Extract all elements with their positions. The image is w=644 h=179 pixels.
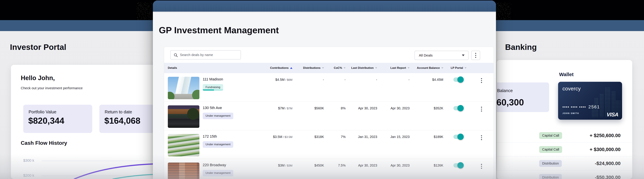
- deal-status-badge: Fundraising: [203, 84, 223, 90]
- banking-title: Banking: [505, 42, 537, 52]
- stat-label: Portfolio Value: [28, 109, 56, 114]
- deal-details-cell: 220 Broadway Under management: [168, 159, 264, 179]
- table-row[interactable]: 220 Broadway Under management $3M / $3M …: [164, 159, 494, 179]
- transaction-amount: -$24,900.00: [595, 161, 620, 166]
- lp-portal-toggle[interactable]: [454, 78, 463, 82]
- toggle-knob: [458, 162, 464, 168]
- sort-caret-icon: [322, 67, 324, 69]
- filter-selected-value: All Deals: [419, 53, 433, 57]
- toggle-knob: [458, 76, 464, 83]
- coc-cell: -: [324, 73, 346, 82]
- kebab-icon: [481, 107, 482, 108]
- distributions-cell: $318K: [292, 130, 324, 139]
- balance-value: 60,300: [497, 97, 524, 107]
- portfolio-value-card: Portfolio Value $820,344: [23, 105, 92, 133]
- investor-portal-card: Hello John, Check out your investment pe…: [11, 65, 160, 179]
- transaction-amount: + $300,000.00: [590, 147, 620, 152]
- table-row[interactable]: 130 5th Ave Under management $7M / $7M $…: [164, 102, 494, 130]
- account-balance-cell: $4.45M: [410, 73, 443, 82]
- row-options-button[interactable]: [479, 106, 484, 112]
- sort-caret-icon: [408, 67, 410, 69]
- column-header-last-distribution[interactable]: Last Distribution: [346, 66, 377, 70]
- last-distribution-cell: Apr 30, 2023: [346, 102, 377, 110]
- column-header-last-report[interactable]: Last Report: [377, 66, 410, 70]
- kebab-icon: [481, 164, 482, 165]
- table-row[interactable]: 111 Madison Fundraising $4.5M / $6M - - …: [164, 73, 494, 102]
- search-icon: [174, 53, 178, 57]
- last-report-cell: Jan 15, 2023: [377, 130, 410, 139]
- search-input[interactable]: [180, 50, 239, 59]
- kebab-icon: [481, 78, 482, 79]
- deals-table-card: All Deals DetailsContributionsDistributi…: [164, 47, 494, 179]
- chevron-down-icon: [462, 54, 464, 56]
- toggle-knob: [458, 134, 464, 140]
- kebab-icon: [475, 53, 476, 54]
- column-header-coc-[interactable]: CoC%: [324, 66, 346, 70]
- last-report-cell: Apr 30, 2023: [377, 102, 410, 110]
- last-distribution-cell: -: [346, 73, 377, 82]
- column-header-distributions[interactable]: Distributions: [292, 66, 324, 70]
- transaction-type-badge: Capital Call: [539, 146, 562, 153]
- deals-filter-select[interactable]: All Deals: [414, 51, 468, 60]
- lp-portal-toggle[interactable]: [454, 134, 463, 139]
- sort-caret-icon: [344, 67, 346, 69]
- row-options-button[interactable]: [479, 163, 484, 170]
- wallet-label: Wallet: [559, 72, 574, 77]
- coc-cell: 8%: [324, 102, 346, 110]
- deal-name: 220 Broadway: [203, 163, 233, 167]
- return-to-date-card: Return to date $164,068: [99, 105, 160, 133]
- stat-value: $164,068: [104, 116, 140, 126]
- column-header-lp-portal[interactable]: LP Portal: [443, 66, 473, 70]
- header-divider: [153, 12, 496, 13]
- noise-texture: [136, 2, 152, 20]
- row-options-button[interactable]: [479, 134, 484, 141]
- deal-name: 172 15th: [203, 134, 233, 138]
- last-distribution-cell: Jan 31, 2023: [346, 130, 377, 139]
- visa-logo: VISA: [606, 112, 618, 118]
- toggle-knob: [458, 105, 464, 111]
- stat-value: $820,344: [28, 116, 64, 126]
- deal-name: 111 Madison: [203, 77, 223, 82]
- contributions-cell: $3.5M / $3.5M: [264, 130, 292, 139]
- lp-portal-toggle[interactable]: [454, 106, 463, 110]
- sort-caret-icon: [375, 67, 377, 69]
- greeting-subtitle: Check out your investment performance: [21, 86, 82, 90]
- table-options-button[interactable]: [471, 51, 480, 60]
- contributions-cell: $7M / $7M: [264, 102, 292, 110]
- last-report-cell: -: [377, 73, 410, 82]
- transaction-row: Capital Call + $300,000.00: [497, 142, 632, 156]
- transaction-row: Capital Call + $250,600.00: [497, 129, 632, 142]
- credit-card[interactable]: covercy •••• •••• •••• 2561 JOHN SMITH V…: [558, 82, 622, 120]
- transaction-type-badge: Capital Call: [539, 132, 562, 139]
- column-header-details: Details: [168, 66, 264, 70]
- investor-portal-title: Investor Portal: [10, 42, 66, 52]
- transaction-type-badge: Distribution: [539, 174, 562, 179]
- account-balance-cell: $352K: [410, 102, 443, 110]
- sort-ascending-icon: [290, 67, 292, 69]
- greeting: Hello John,: [21, 74, 55, 82]
- column-header-account-balance[interactable]: Account Balance: [410, 66, 443, 70]
- transaction-amount: + $250,600.00: [590, 133, 620, 138]
- row-options-button[interactable]: [479, 77, 484, 84]
- column-header-contributions[interactable]: Contributions: [264, 66, 292, 70]
- covercy-logo: covercy: [562, 86, 581, 92]
- cash-flow-chart: [11, 148, 160, 179]
- deal-thumbnail: [168, 77, 200, 99]
- last-report-cell: Apr 30, 2023: [377, 159, 410, 167]
- deal-name: 130 5th Ave: [203, 106, 233, 110]
- deal-details-cell: 130 5th Ave Under management: [168, 102, 264, 128]
- deal-status-badge: Under management: [203, 141, 233, 148]
- transaction-row: Distribution -$24,900.00: [497, 156, 632, 170]
- table-body: 111 Madison Fundraising $4.5M / $6M - - …: [164, 73, 494, 179]
- balance-box: Balance 60,300: [497, 82, 549, 112]
- transaction-type-badge: Distribution: [539, 160, 562, 167]
- deal-status-badge: Under management: [203, 170, 233, 176]
- banking-card: Wallet Balance 60,300 covercy •••• •••• …: [497, 60, 632, 179]
- lp-portal-toggle[interactable]: [454, 163, 463, 168]
- kebab-icon: [481, 135, 482, 136]
- coc-cell: 7.5%: [324, 159, 346, 167]
- deal-status-badge: Under management: [203, 113, 233, 119]
- last-distribution-cell: Apr 30, 2023: [346, 159, 377, 167]
- deal-details-cell: 172 15th Under management: [168, 130, 264, 156]
- table-row[interactable]: 172 15th Under management $3.5M / $3.5M …: [164, 130, 494, 159]
